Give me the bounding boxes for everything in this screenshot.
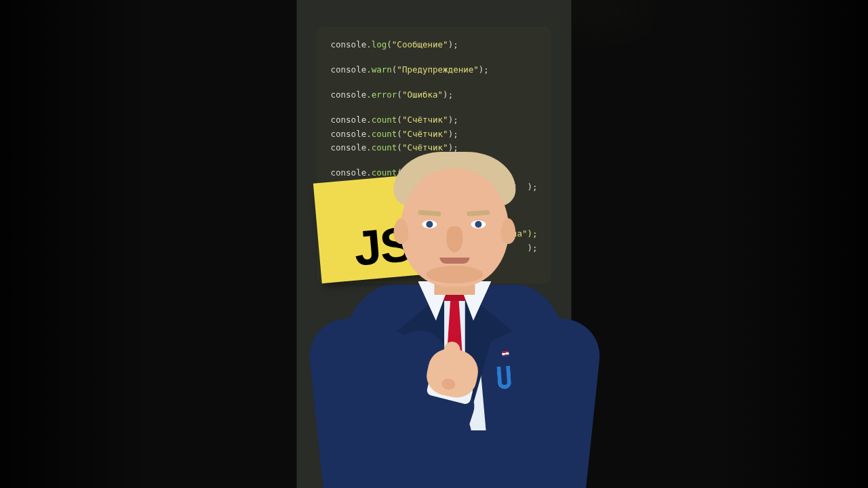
code-line: console.count("Счётчик"); (331, 115, 538, 126)
code-line: console.count("Счётчик"); (331, 129, 538, 140)
flag-pin-icon (502, 350, 509, 357)
ear (500, 218, 515, 244)
code-line: console.log("Сообщение"); (331, 39, 538, 51)
vignette-right (719, 0, 868, 488)
code-line: console.error("Ошибка"); (331, 89, 538, 101)
mouth (439, 258, 469, 264)
person-pointing-figure (326, 156, 583, 488)
eye (471, 220, 486, 228)
ear (393, 218, 408, 244)
blue-ribbon-icon (496, 365, 511, 389)
nose (446, 226, 462, 252)
code-line: console.warn("Предупреждение"); (331, 64, 538, 76)
eye (422, 220, 437, 228)
chin (426, 266, 483, 283)
vignette-left (0, 0, 149, 488)
